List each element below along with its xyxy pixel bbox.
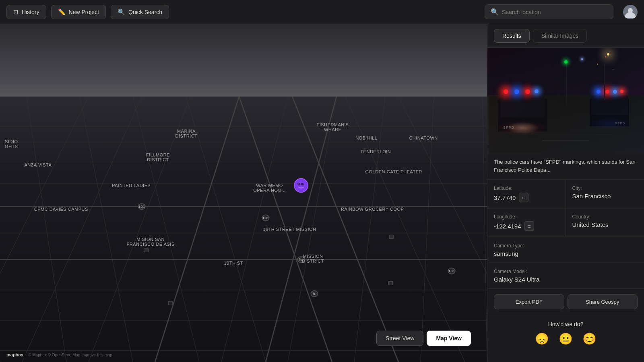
feedback-emojis: 😞 😐 😊 bbox=[494, 332, 638, 346]
svg-text:101: 101 bbox=[138, 205, 145, 209]
svg-rect-49 bbox=[168, 301, 173, 305]
panel-tabs: Results Similar Images bbox=[487, 24, 644, 48]
mapbox-attribution: mapbox © Mapbox © OpenStreetMap Improve … bbox=[4, 352, 112, 358]
quick-search-button[interactable]: 🔍 Quick Search bbox=[111, 5, 169, 19]
export-pdf-button[interactable]: Export PDF bbox=[494, 294, 564, 309]
search-location-input[interactable] bbox=[502, 9, 607, 15]
history-button[interactable]: ⊡ History bbox=[6, 5, 46, 19]
country-label: Country: bbox=[572, 214, 638, 220]
tab-similar-images[interactable]: Similar Images bbox=[533, 29, 587, 43]
history-icon: ⊡ bbox=[13, 8, 19, 16]
map-area[interactable]: 101 101 b. b. 101 MARINADISTRICT FISHERM… bbox=[0, 24, 487, 362]
map-svg: 101 101 b. b. 101 bbox=[0, 97, 487, 362]
longitude-label: Longitude: bbox=[494, 214, 559, 220]
svg-text:101: 101 bbox=[448, 269, 455, 273]
longitude-item: Longitude: -122.4194 ⊏ bbox=[487, 208, 566, 237]
right-panel: Results Similar Images bbox=[487, 24, 644, 362]
svg-rect-50 bbox=[389, 235, 394, 239]
map-view-button[interactable]: Map View bbox=[427, 331, 471, 346]
description-text: The police cars have "SFPD" markings, wh… bbox=[494, 159, 636, 173]
map-controls: Street View Map View bbox=[376, 331, 471, 346]
camera-model-section: Camera Model: Galaxy S24 Ultra bbox=[487, 263, 644, 289]
location-pin-inner bbox=[294, 178, 308, 193]
location-pin[interactable] bbox=[294, 178, 310, 194]
search-icon-btn: 🔍 bbox=[118, 8, 125, 16]
feedback-neutral[interactable]: 😐 bbox=[559, 332, 573, 346]
feedback-section: How'd we do? 😞 😐 😊 bbox=[487, 315, 644, 351]
copy-longitude-button[interactable]: ⊏ bbox=[524, 221, 534, 231]
latitude-item: Latitude: 37.7749 ⊏ bbox=[487, 180, 566, 208]
svg-text:b.: b. bbox=[313, 292, 316, 296]
result-image: SFPD SFPD bbox=[487, 48, 644, 152]
avatar[interactable] bbox=[623, 5, 638, 19]
camera-type-label: Camera Type: bbox=[494, 243, 638, 249]
history-label: History bbox=[22, 9, 39, 15]
city-label: City: bbox=[572, 185, 638, 191]
feedback-happy[interactable]: 😊 bbox=[582, 332, 597, 346]
svg-text:101: 101 bbox=[262, 216, 269, 220]
camera-type-value: samsung bbox=[494, 250, 638, 257]
city-item: City: San Francisco bbox=[566, 180, 644, 208]
camera-model-value: Galaxy S24 Ultra bbox=[494, 276, 638, 283]
copy-latitude-button[interactable]: ⊏ bbox=[519, 193, 528, 202]
share-geospy-button[interactable]: Share Geospy bbox=[568, 294, 638, 309]
street-view-button[interactable]: Street View bbox=[376, 331, 423, 346]
new-project-button[interactable]: ✏️ New Project bbox=[51, 5, 106, 19]
search-bar-icon: 🔍 bbox=[491, 8, 499, 16]
feedback-sad[interactable]: 😞 bbox=[535, 332, 549, 346]
country-value: United States bbox=[572, 221, 638, 228]
svg-text:b.: b. bbox=[299, 258, 303, 262]
longitude-value: -122.4194 bbox=[494, 223, 521, 230]
mapbox-logo: mapbox bbox=[4, 352, 26, 358]
new-project-label: New Project bbox=[69, 9, 99, 15]
latitude-label: Latitude: bbox=[494, 185, 559, 191]
result-description: The police cars have "SFPD" markings, wh… bbox=[487, 152, 644, 180]
latitude-value: 37.7749 bbox=[494, 194, 516, 201]
country-item: Country: United States bbox=[566, 208, 644, 237]
topbar: ⊡ History ✏️ New Project 🔍 Quick Search … bbox=[0, 0, 644, 24]
main-content: 101 101 b. b. 101 MARINADISTRICT FISHERM… bbox=[0, 24, 644, 362]
action-buttons: Export PDF Share Geospy bbox=[487, 289, 644, 315]
svg-rect-2 bbox=[0, 97, 487, 362]
quick-search-label: Quick Search bbox=[128, 9, 162, 15]
svg-rect-48 bbox=[144, 248, 149, 252]
camera-model-label: Camera Model: bbox=[494, 269, 638, 274]
metadata-grid: Latitude: 37.7749 ⊏ City: San Francisco … bbox=[487, 180, 644, 237]
mapbox-copyright: © Mapbox © OpenStreetMap Improve this ma… bbox=[28, 353, 112, 357]
search-bar: 🔍 bbox=[485, 4, 613, 19]
pencil-icon: ✏️ bbox=[58, 8, 66, 16]
svg-point-52 bbox=[295, 179, 308, 192]
map-3d: 101 101 b. b. 101 bbox=[0, 24, 487, 362]
camera-type-section: Camera Type: samsung bbox=[487, 237, 644, 263]
city-value: San Francisco bbox=[572, 193, 638, 200]
svg-rect-51 bbox=[388, 281, 393, 285]
tab-results[interactable]: Results bbox=[494, 29, 530, 43]
feedback-label: How'd we do? bbox=[494, 321, 638, 327]
